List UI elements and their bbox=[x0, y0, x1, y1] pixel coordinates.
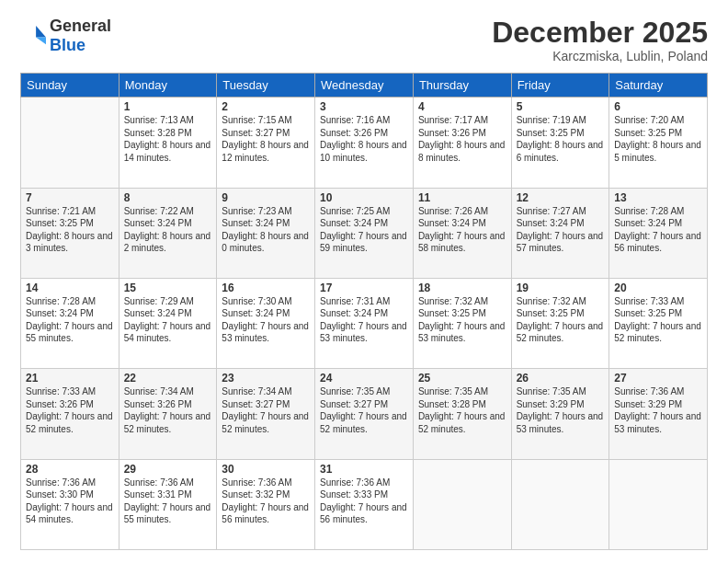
table-row: 4Sunrise: 7:17 AMSunset: 3:26 PMDaylight… bbox=[413, 98, 511, 188]
day-number: 26 bbox=[517, 372, 605, 385]
table-row: 12Sunrise: 7:27 AMSunset: 3:24 PMDayligh… bbox=[511, 188, 609, 278]
calendar-week-row: 7Sunrise: 7:21 AMSunset: 3:25 PMDaylight… bbox=[21, 188, 708, 278]
table-row: 1Sunrise: 7:13 AMSunset: 3:28 PMDaylight… bbox=[119, 98, 217, 188]
day-info: Sunrise: 7:23 AMSunset: 3:24 PMDaylight:… bbox=[222, 206, 309, 254]
table-row: 18Sunrise: 7:32 AMSunset: 3:25 PMDayligh… bbox=[413, 278, 511, 368]
day-number: 19 bbox=[517, 282, 605, 294]
day-number: 20 bbox=[614, 282, 702, 294]
day-number: 31 bbox=[320, 463, 408, 476]
day-number: 23 bbox=[222, 372, 310, 385]
table-row: 26Sunrise: 7:35 AMSunset: 3:29 PMDayligh… bbox=[511, 369, 609, 459]
day-info: Sunrise: 7:17 AMSunset: 3:26 PMDaylight:… bbox=[418, 115, 506, 163]
day-number: 15 bbox=[124, 282, 212, 294]
calendar-week-row: 1Sunrise: 7:13 AMSunset: 3:28 PMDaylight… bbox=[21, 98, 708, 188]
table-row: 15Sunrise: 7:29 AMSunset: 3:24 PMDayligh… bbox=[119, 278, 217, 368]
table-row: 22Sunrise: 7:34 AMSunset: 3:26 PMDayligh… bbox=[119, 369, 217, 459]
table-row: 27Sunrise: 7:36 AMSunset: 3:29 PMDayligh… bbox=[609, 369, 708, 459]
day-info: Sunrise: 7:35 AMSunset: 3:28 PMDaylight:… bbox=[418, 386, 506, 434]
col-thursday: Thursday bbox=[413, 74, 511, 98]
logo-icon bbox=[20, 23, 46, 49]
table-row: 7Sunrise: 7:21 AMSunset: 3:25 PMDaylight… bbox=[21, 188, 119, 278]
table-row: 29Sunrise: 7:36 AMSunset: 3:31 PMDayligh… bbox=[119, 459, 217, 549]
day-number: 30 bbox=[222, 463, 310, 476]
month-title: December 2025 bbox=[492, 17, 708, 49]
day-number: 24 bbox=[320, 372, 408, 385]
table-row: 21Sunrise: 7:33 AMSunset: 3:26 PMDayligh… bbox=[21, 369, 119, 459]
table-row: 24Sunrise: 7:35 AMSunset: 3:27 PMDayligh… bbox=[315, 369, 414, 459]
day-info: Sunrise: 7:25 AMSunset: 3:24 PMDaylight:… bbox=[320, 206, 407, 254]
table-row: 10Sunrise: 7:25 AMSunset: 3:24 PMDayligh… bbox=[315, 188, 414, 278]
day-info: Sunrise: 7:16 AMSunset: 3:26 PMDaylight:… bbox=[320, 115, 407, 163]
svg-marker-1 bbox=[36, 38, 46, 45]
day-info: Sunrise: 7:22 AMSunset: 3:24 PMDaylight:… bbox=[124, 206, 211, 254]
day-info: Sunrise: 7:35 AMSunset: 3:29 PMDaylight:… bbox=[517, 386, 604, 434]
logo-general: General bbox=[50, 17, 111, 35]
day-info: Sunrise: 7:29 AMSunset: 3:24 PMDaylight:… bbox=[124, 296, 211, 344]
svg-marker-0 bbox=[36, 26, 46, 37]
table-row: 31Sunrise: 7:36 AMSunset: 3:33 PMDayligh… bbox=[315, 459, 414, 549]
day-info: Sunrise: 7:36 AMSunset: 3:30 PMDaylight:… bbox=[26, 477, 113, 525]
table-row: 11Sunrise: 7:26 AMSunset: 3:24 PMDayligh… bbox=[413, 188, 511, 278]
calendar-header-row: Sunday Monday Tuesday Wednesday Thursday… bbox=[21, 74, 708, 98]
table-row: 19Sunrise: 7:32 AMSunset: 3:25 PMDayligh… bbox=[511, 278, 609, 368]
col-saturday: Saturday bbox=[609, 74, 708, 98]
day-number: 5 bbox=[517, 100, 605, 113]
day-info: Sunrise: 7:34 AMSunset: 3:26 PMDaylight:… bbox=[124, 386, 211, 434]
day-number: 14 bbox=[26, 282, 114, 294]
day-info: Sunrise: 7:35 AMSunset: 3:27 PMDaylight:… bbox=[320, 386, 407, 434]
location: Karczmiska, Lublin, Poland bbox=[492, 49, 708, 63]
logo-blue: Blue bbox=[50, 36, 85, 54]
table-row: 9Sunrise: 7:23 AMSunset: 3:24 PMDaylight… bbox=[217, 188, 315, 278]
col-sunday: Sunday bbox=[21, 74, 119, 98]
day-number: 10 bbox=[320, 191, 408, 204]
header: General Blue December 2025 Karczmiska, L… bbox=[20, 17, 708, 63]
table-row: 28Sunrise: 7:36 AMSunset: 3:30 PMDayligh… bbox=[21, 459, 119, 549]
table-row: 6Sunrise: 7:20 AMSunset: 3:25 PMDaylight… bbox=[609, 98, 708, 188]
day-info: Sunrise: 7:26 AMSunset: 3:24 PMDaylight:… bbox=[418, 206, 506, 254]
table-row: 25Sunrise: 7:35 AMSunset: 3:28 PMDayligh… bbox=[413, 369, 511, 459]
day-info: Sunrise: 7:36 AMSunset: 3:31 PMDaylight:… bbox=[124, 477, 211, 525]
day-number: 18 bbox=[418, 282, 506, 294]
day-info: Sunrise: 7:20 AMSunset: 3:25 PMDaylight:… bbox=[614, 115, 701, 163]
day-number: 2 bbox=[222, 100, 310, 113]
day-info: Sunrise: 7:13 AMSunset: 3:28 PMDaylight:… bbox=[124, 115, 211, 163]
table-row: 8Sunrise: 7:22 AMSunset: 3:24 PMDaylight… bbox=[119, 188, 217, 278]
day-info: Sunrise: 7:34 AMSunset: 3:27 PMDaylight:… bbox=[222, 386, 309, 434]
day-number: 17 bbox=[320, 282, 408, 294]
day-number: 29 bbox=[124, 463, 212, 476]
col-monday: Monday bbox=[119, 74, 217, 98]
table-row: 20Sunrise: 7:33 AMSunset: 3:25 PMDayligh… bbox=[609, 278, 708, 368]
day-info: Sunrise: 7:36 AMSunset: 3:29 PMDaylight:… bbox=[614, 386, 701, 434]
table-row: 16Sunrise: 7:30 AMSunset: 3:24 PMDayligh… bbox=[217, 278, 315, 368]
day-info: Sunrise: 7:32 AMSunset: 3:25 PMDaylight:… bbox=[517, 296, 604, 344]
day-info: Sunrise: 7:28 AMSunset: 3:24 PMDaylight:… bbox=[26, 296, 113, 344]
table-row bbox=[21, 98, 119, 188]
day-number: 11 bbox=[418, 191, 506, 204]
day-number: 6 bbox=[614, 100, 702, 113]
day-number: 13 bbox=[614, 191, 702, 204]
table-row: 14Sunrise: 7:28 AMSunset: 3:24 PMDayligh… bbox=[21, 278, 119, 368]
table-row: 5Sunrise: 7:19 AMSunset: 3:25 PMDaylight… bbox=[511, 98, 609, 188]
day-number: 16 bbox=[222, 282, 310, 294]
day-info: Sunrise: 7:33 AMSunset: 3:25 PMDaylight:… bbox=[614, 296, 701, 344]
day-info: Sunrise: 7:30 AMSunset: 3:24 PMDaylight:… bbox=[222, 296, 309, 344]
day-info: Sunrise: 7:36 AMSunset: 3:32 PMDaylight:… bbox=[222, 477, 309, 525]
day-number: 9 bbox=[222, 191, 310, 204]
day-number: 25 bbox=[418, 372, 506, 385]
page: General Blue December 2025 Karczmiska, L… bbox=[0, 0, 728, 563]
day-number: 3 bbox=[320, 100, 408, 113]
col-tuesday: Tuesday bbox=[217, 74, 315, 98]
logo: General Blue bbox=[20, 17, 111, 55]
table-row: 3Sunrise: 7:16 AMSunset: 3:26 PMDaylight… bbox=[315, 98, 414, 188]
day-number: 22 bbox=[124, 372, 212, 385]
table-row bbox=[511, 459, 609, 549]
table-row: 17Sunrise: 7:31 AMSunset: 3:24 PMDayligh… bbox=[315, 278, 414, 368]
calendar-week-row: 21Sunrise: 7:33 AMSunset: 3:26 PMDayligh… bbox=[21, 369, 708, 459]
day-number: 12 bbox=[517, 191, 605, 204]
day-info: Sunrise: 7:32 AMSunset: 3:25 PMDaylight:… bbox=[418, 296, 506, 344]
table-row: 2Sunrise: 7:15 AMSunset: 3:27 PMDaylight… bbox=[217, 98, 315, 188]
day-number: 1 bbox=[124, 100, 212, 113]
day-info: Sunrise: 7:19 AMSunset: 3:25 PMDaylight:… bbox=[517, 115, 604, 163]
day-info: Sunrise: 7:31 AMSunset: 3:24 PMDaylight:… bbox=[320, 296, 407, 344]
table-row bbox=[609, 459, 708, 549]
